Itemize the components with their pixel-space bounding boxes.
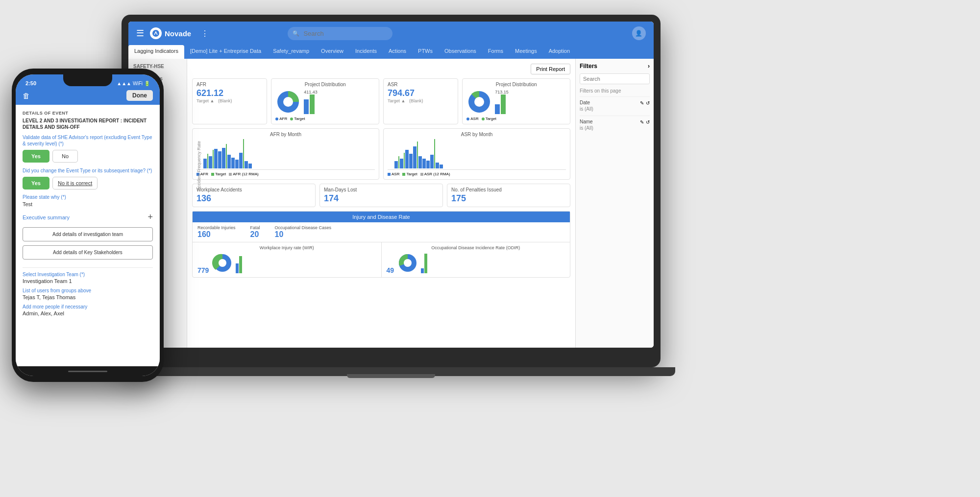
svg-point-8 xyxy=(404,259,412,267)
odc-label: Occupational Disease Cases xyxy=(275,225,332,230)
filter-search-input[interactable] xyxy=(580,73,650,84)
wir-charts xyxy=(212,252,242,274)
menu-icon[interactable]: ☰ xyxy=(136,28,144,39)
filter-divider-1 xyxy=(580,96,650,97)
no-correct-button[interactable]: No it is correct xyxy=(52,177,98,189)
print-report-button[interactable]: Print Report xyxy=(531,64,570,74)
svg-point-6 xyxy=(219,259,226,267)
odir-charts xyxy=(397,252,427,274)
tab-incidents[interactable]: Incidents xyxy=(349,45,383,59)
afr-card: AFR 621.12 Target ▲ (Blank) xyxy=(192,78,267,124)
pie-chart-1 xyxy=(275,89,301,115)
odc-value: 10 xyxy=(275,230,332,239)
date-filter-reset-icon[interactable]: ↺ xyxy=(646,100,650,106)
afr-sub: Target ▲ (Blank) xyxy=(196,98,263,103)
header-search-input[interactable] xyxy=(288,27,392,40)
tab-lagging-indicators[interactable]: Lagging Indicators xyxy=(128,45,184,59)
tab-ptws[interactable]: PTWs xyxy=(412,45,439,59)
laptop-screen: ☰ Novade ⋮ 👤 Lagging Indicators [Demo] L… xyxy=(128,22,654,348)
no-button-1[interactable]: No xyxy=(52,150,78,163)
dashboard: Print Report AFR 621.12 Target ▲ (Blank)… xyxy=(187,59,575,348)
header-search-wrap xyxy=(288,27,493,40)
pie2-bar-label: 713.15 xyxy=(495,90,509,95)
add-key-stakeholders-button[interactable]: Add details of Key Stakeholders xyxy=(23,245,153,260)
tab-overview[interactable]: Overview xyxy=(315,45,349,59)
wir-content: 779 xyxy=(197,252,376,274)
header-dots-icon[interactable]: ⋮ xyxy=(201,29,209,38)
recordable-injuries: Recordable Injuries 160 xyxy=(197,225,236,239)
fatal-value: 20 xyxy=(250,230,260,239)
fatal-label: Fatal xyxy=(250,225,260,230)
wir-value-block: 779 xyxy=(197,266,209,274)
select-team-value: Investigation Team 1 xyxy=(23,278,153,284)
odir-content: 49 xyxy=(387,252,565,274)
asr-bars xyxy=(394,139,566,168)
print-report-bar: Print Report xyxy=(192,64,570,74)
top-metrics-row: AFR 621.12 Target ▲ (Blank) Project Dist… xyxy=(192,78,570,124)
novade-logo-circle xyxy=(150,27,162,39)
asr-sub: Target ▲ (Blank) xyxy=(388,98,454,103)
asr-month-title: ASR by Month xyxy=(388,132,566,137)
man-days-lost-card: Man-Days Lost 174 xyxy=(319,184,443,207)
mdl-title: Man-Days Lost xyxy=(324,187,439,192)
laptop-notch xyxy=(347,374,435,378)
pie1-bars xyxy=(304,95,318,114)
afr-by-month-card: AFR by Month Accident Frequency Rate xyxy=(192,128,379,180)
injury-header: Injury and Disease Rate xyxy=(193,212,570,222)
brand-name: Novade xyxy=(165,29,191,38)
svg-point-4 xyxy=(474,97,484,107)
asr-line xyxy=(388,169,566,170)
trash-icon[interactable]: 🗑 xyxy=(23,92,30,100)
tabs-bar: Lagging Indicators [Demo] Lite + Entrepr… xyxy=(128,45,654,59)
afr-title: AFR xyxy=(196,82,263,87)
filters-expand-icon[interactable]: › xyxy=(648,63,650,70)
wir-bars xyxy=(236,254,242,273)
odir-value: 49 xyxy=(387,266,394,274)
asr-by-month-card: ASR by Month xyxy=(383,128,570,180)
tab-demo-lite[interactable]: [Demo] Lite + Entreprise Data xyxy=(184,45,267,59)
svg-point-2 xyxy=(283,97,293,107)
pie2-bars xyxy=(495,95,509,114)
wifi-icon: WiFi xyxy=(133,81,143,86)
injury-sub-sections: Workplace Injury rate (WIR) 779 xyxy=(193,242,570,277)
filters-header: Filters › xyxy=(580,63,650,70)
filters-on-page-label: Filters on this page xyxy=(580,88,650,94)
yes-button-1[interactable]: Yes xyxy=(23,150,49,163)
signal-icon: ▲▲▲ xyxy=(117,81,131,86)
tab-safety-revamp[interactable]: Safety_revamp xyxy=(267,45,315,59)
occupational-disease: Occupational Disease Cases 10 xyxy=(275,225,332,239)
exec-summary-label: Executive summary xyxy=(23,214,70,220)
tab-observations[interactable]: Observations xyxy=(439,45,482,59)
add-investigation-team-button[interactable]: Add details of investigation team xyxy=(23,227,153,241)
done-button[interactable]: Done xyxy=(126,90,153,101)
novade-logo: Novade xyxy=(150,27,191,39)
novade-logo-svg xyxy=(152,29,160,37)
tab-meetings[interactable]: Meetings xyxy=(509,45,543,59)
pie2-legend: ASR Target xyxy=(466,117,566,121)
tab-forms[interactable]: Forms xyxy=(482,45,509,59)
phone-divider-1 xyxy=(23,267,153,268)
phone-report-title: LEVEL 2 AND 3 INVESTIGATION REPORT : INC… xyxy=(23,118,153,130)
main-area: SAFETY-HSE 📁 Projects 📋 Forms 📊 Board ▶ … xyxy=(128,59,654,348)
afr-y-axis: Accident Frequency Rate xyxy=(196,141,201,190)
date-filter-edit-icon[interactable]: ✎ xyxy=(640,100,644,106)
select-team-label: Select Investigation Team (*) xyxy=(23,272,153,277)
user-avatar[interactable]: 👤 xyxy=(632,26,646,40)
exec-summary-plus-button[interactable]: + xyxy=(147,212,153,222)
filter-name-row: Name ✎ ↺ is (All) xyxy=(580,119,650,131)
name-filter-edit-icon[interactable]: ✎ xyxy=(640,119,644,125)
pie-chart-2 xyxy=(466,89,492,115)
proj-dist-1-title: Project Distribution xyxy=(275,82,375,87)
tab-adoption[interactable]: Adoption xyxy=(543,45,576,59)
list-of-users-value: Tejas T, Tejas Thomas xyxy=(23,294,153,300)
penalties-card: No. of Penalties Issued 175 xyxy=(447,184,570,207)
pie1-legend: AFR Target xyxy=(275,117,375,121)
wir-pie xyxy=(212,252,234,274)
afr-bars xyxy=(203,139,375,168)
tab-actions[interactable]: Actions xyxy=(383,45,412,59)
svg-point-0 xyxy=(152,30,159,37)
yes-button-2[interactable]: Yes xyxy=(23,177,49,189)
name-filter-reset-icon[interactable]: ↺ xyxy=(646,119,650,125)
phone-header: 🗑 Done xyxy=(16,88,160,105)
phone-btn-row-2: Yes No it is correct xyxy=(23,177,153,189)
